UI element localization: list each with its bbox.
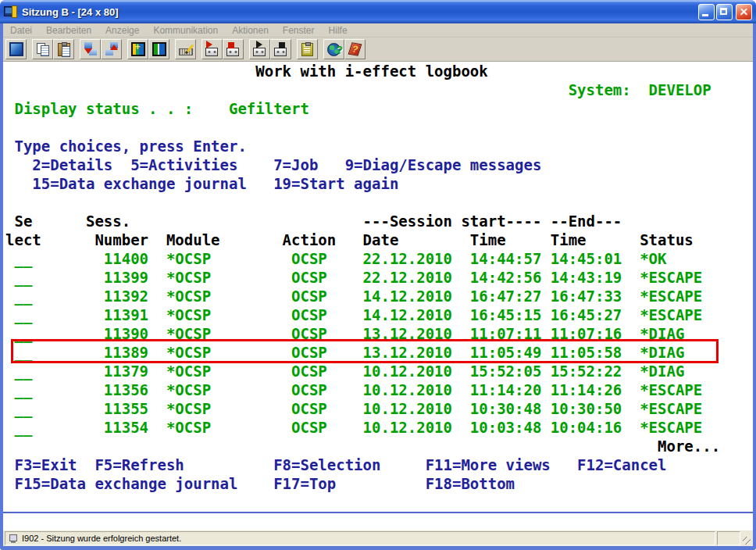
- terminal-line-4: [3, 118, 753, 137]
- terminal-line-7: 15=Data exchange journal 19=Start again: [3, 174, 753, 193]
- color-setup-button[interactable]: [148, 39, 169, 59]
- statusbar-side-panel: [717, 531, 740, 545]
- menu-item-aktionen[interactable]: Aktionen: [225, 25, 276, 36]
- toolbar-group: [127, 39, 169, 59]
- toolbar-group: [175, 39, 196, 59]
- session-row-11391: __ 11391 *OCSP OCSP 14.12.2010 16:45:15 …: [3, 305, 753, 324]
- web-help-icon: [327, 43, 341, 56]
- toolbar-group: [5, 39, 27, 59]
- statusbar-message-panel: I902 - Sitzung wurde erfolgreich gestart…: [5, 531, 715, 545]
- stop-macro-icon: [274, 42, 288, 56]
- session-row-11400: __ 11400 *OCSP OCSP 22.12.2010 14:44:57 …: [3, 249, 753, 268]
- color-setup-icon: [152, 42, 166, 56]
- menu-item-bearbeiten[interactable]: Bearbeiten: [39, 25, 98, 36]
- terminal-line-8: [3, 193, 753, 212]
- display-setup-icon: [131, 42, 145, 56]
- window-title: Sitzung B - [24 x 80]: [22, 6, 698, 18]
- maximize-button[interactable]: [716, 4, 733, 20]
- terminal-line-5: Type choices, press Enter.: [3, 137, 753, 155]
- play-macro-button[interactable]: [249, 39, 270, 59]
- session-row-11354: __ 11354 *OCSP OCSP 10.12.2010 10:03:48 …: [3, 418, 753, 437]
- status-message: I902 - Sitzung wurde erfolgreich gestart…: [22, 534, 181, 543]
- emulator-window: Sitzung B - [24 x 80] DateiBearbeitenAnz…: [0, 0, 756, 550]
- stop-macro-button[interactable]: [270, 39, 291, 59]
- send-file-button[interactable]: [80, 39, 101, 59]
- session-row-11355: __ 11355 *OCSP OCSP 10.12.2010 10:30:48 …: [3, 399, 753, 418]
- receive-file-icon: [105, 42, 119, 56]
- app-icon-screen: [5, 8, 12, 13]
- terminal-line-9: Se Sess. ---Session start---- --End---: [3, 212, 753, 230]
- oia-row: [3, 513, 753, 530]
- toolbar-group: [80, 39, 122, 59]
- close-button[interactable]: [736, 4, 752, 20]
- menu-item-hilfe[interactable]: Hilfe: [322, 25, 355, 36]
- session-button[interactable]: [5, 39, 27, 59]
- help-icon: [348, 42, 362, 56]
- terminal-line-21: More...: [3, 437, 753, 455]
- resize-grip[interactable]: [742, 531, 751, 545]
- session-row-11390: __ 11390 *OCSP OCSP 13.12.2010 11:07:11 …: [3, 324, 753, 343]
- menubar: DateiBearbeitenAnzeigeKommunikationAktio…: [3, 23, 753, 38]
- app-icon[interactable]: [4, 5, 18, 19]
- menu-item-anzeige[interactable]: Anzeige: [98, 25, 146, 36]
- session-row-11389: __ 11389 *OCSP OCSP 13.12.2010 11:05:49 …: [3, 343, 753, 362]
- stop-record-macro-button[interactable]: [223, 39, 244, 59]
- window-controls: [698, 4, 752, 20]
- session-row-11392: __ 11392 *OCSP OCSP 14.12.2010 16:47:27 …: [3, 287, 753, 305]
- terminal-line-10: lect Number Module Action Date Time Time…: [3, 230, 753, 249]
- terminal-screen[interactable]: Work with i-effect logbook System: DEVEL…: [3, 62, 753, 512]
- menu-item-fenster[interactable]: Fenster: [276, 25, 322, 36]
- toolbar-group: [297, 39, 318, 59]
- keyboard-setup-button[interactable]: [175, 39, 196, 59]
- help-button[interactable]: [344, 39, 366, 59]
- receive-file-button[interactable]: [101, 39, 122, 59]
- terminal-line-22: F3=Exit F5=Refresh F8=Selection F11=More…: [3, 455, 753, 474]
- clipboard-button[interactable]: [297, 39, 318, 59]
- menu-item-datei[interactable]: Datei: [3, 25, 39, 36]
- send-file-icon: [84, 42, 98, 56]
- clipboard-icon: [301, 43, 313, 56]
- paste-icon: [58, 43, 70, 56]
- app-icon-plug: [12, 5, 17, 18]
- toolbar: [3, 38, 753, 62]
- session-row-11356: __ 11356 *OCSP OCSP 10.12.2010 11:14:20 …: [3, 380, 753, 399]
- menu-item-kommunikation[interactable]: Kommunikation: [146, 25, 225, 36]
- terminal-line-6: 2=Details 5=Activities 7=Job 9=Diag/Esca…: [3, 155, 753, 174]
- play-macro-icon: [253, 42, 267, 56]
- copy-button[interactable]: [32, 39, 53, 59]
- terminal-line-23: F15=Data exchange journal F17=Top F18=Bo…: [3, 474, 753, 493]
- window-body: DateiBearbeitenAnzeigeKommunikationAktio…: [3, 23, 753, 546]
- paste-button[interactable]: [53, 39, 74, 59]
- toolbar-group: [201, 39, 244, 59]
- session-row-11399: __ 11399 *OCSP OCSP 22.12.2010 14:42:56 …: [3, 268, 753, 287]
- start-record-macro-icon: [205, 42, 219, 56]
- toolbar-group: [32, 39, 74, 59]
- toolbar-group: [249, 39, 291, 59]
- keyboard-setup-icon: [179, 48, 193, 55]
- connection-status-icon: [9, 534, 18, 543]
- web-help-button[interactable]: [323, 39, 344, 59]
- terminal-line-2: System: DEVELOP: [3, 80, 753, 99]
- titlebar[interactable]: Sitzung B - [24 x 80]: [0, 0, 756, 23]
- copy-icon: [36, 42, 50, 56]
- session-row-11379: __ 11379 *OCSP OCSP 10.12.2010 15:52:05 …: [3, 362, 753, 380]
- start-record-macro-button[interactable]: [201, 39, 223, 59]
- display-setup-button[interactable]: [127, 39, 148, 59]
- stop-record-macro-icon: [226, 42, 241, 56]
- session-icon: [9, 42, 23, 56]
- terminal-line-3: Display status . . : Gefiltert: [3, 99, 753, 118]
- minimize-button[interactable]: [698, 4, 715, 20]
- terminal-line-24: [3, 493, 753, 512]
- terminal-line-1: Work with i-effect logbook: [3, 62, 753, 80]
- statusbar: I902 - Sitzung wurde erfolgreich gestart…: [3, 530, 753, 546]
- toolbar-group: [323, 39, 366, 59]
